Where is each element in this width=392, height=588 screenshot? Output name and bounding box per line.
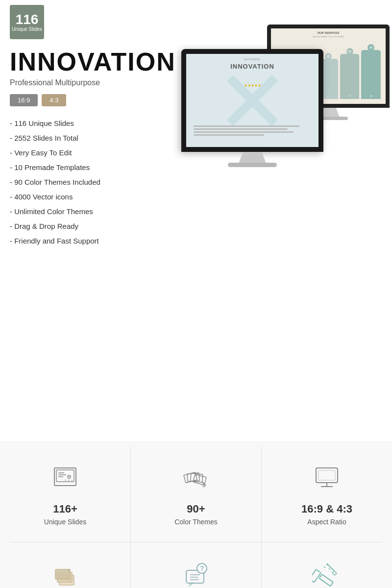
ratio-buttons: 16:9 4:3 (10, 94, 176, 106)
slide-x-decoration (220, 69, 284, 132)
cards-row-1: 116+ Unique Slides (0, 446, 392, 542)
layers-icon-container (48, 557, 82, 588)
feature-item-1: 116 Unique Slides (10, 116, 176, 131)
feature-item-7: Unlimited Color Themes (10, 204, 176, 219)
feature-item-9: Friendly and Fast Support (10, 234, 176, 248)
text-line-4 (194, 134, 264, 136)
palette-icon (181, 463, 211, 492)
svc-title: OUR SERVICES (317, 31, 339, 34)
slides-icon-container (48, 461, 82, 495)
layers-icon (50, 560, 80, 588)
svg-marker-25 (188, 583, 194, 587)
svg-line-33 (327, 564, 334, 571)
svg-line-36 (329, 568, 330, 570)
text-line-3 (194, 131, 294, 133)
svg-point-8 (65, 480, 66, 481)
svg-text:?: ? (200, 564, 204, 572)
brush-icon (312, 560, 342, 588)
feature-item-3: Very Easy To Edit (10, 146, 176, 160)
card-aspect-ratio: 16:9 & 4:3 Aspect Ratio (262, 446, 392, 542)
feature-item-2: 2552 Slides In Total (10, 131, 176, 146)
support-icon: ? (181, 560, 211, 588)
card-light-dark: Light And Dark Version Included (0, 542, 131, 588)
slide-header-text: BUSINESS (244, 58, 260, 61)
feature-item-8: Drag & Drop Ready (10, 219, 176, 234)
card-support: ? Fast & Free Support (131, 542, 262, 588)
front-screen: BUSINESS INNOVATION ★★★★★ (181, 49, 323, 152)
svg-rect-0 (54, 468, 76, 486)
cards-section-1: 116+ Unique Slides (0, 441, 392, 588)
monitor-front: BUSINESS INNOVATION ★★★★★ (181, 49, 323, 167)
svg-rect-22 (55, 569, 70, 579)
front-screen-inner: BUSINESS INNOVATION ★★★★★ (186, 54, 318, 147)
card-label-themes: Color Themes (174, 517, 218, 527)
hero-left: INNOVATION Professional Multipurpose 16:… (10, 49, 176, 248)
ratio-169-button[interactable]: 16:9 (10, 94, 38, 106)
svg-marker-15 (202, 486, 206, 488)
svc-col-5: 05 ⚙ (361, 50, 381, 99)
svc-col-num-3: 03 (325, 53, 332, 60)
card-label-slides: Unique Slides (44, 517, 86, 527)
hero-section: INNOVATION Professional Multipurpose 16:… (0, 0, 392, 304)
text-line-1 (194, 125, 299, 127)
svc-icon-5: ⚙ (370, 94, 372, 98)
card-value-slides: 116+ (53, 503, 77, 515)
svg-rect-32 (319, 574, 333, 586)
svg-point-7 (72, 480, 73, 481)
card-value-themes: 90+ (187, 503, 205, 515)
svg-point-6 (69, 476, 70, 477)
svg-marker-37 (332, 571, 337, 575)
text-line-2 (194, 128, 288, 130)
monitor-icon (312, 463, 342, 492)
svg-point-9 (68, 480, 69, 481)
product-subtitle: Professional Multipurpose (10, 78, 176, 87)
monitor-icon-container (310, 461, 344, 495)
card-color-themes: 90+ Color Themes (131, 446, 262, 542)
feature-item-5: 90 Color Themes Included (10, 175, 176, 190)
feature-item-6: 4000 Vector icons (10, 190, 176, 204)
svg-line-34 (324, 566, 325, 568)
svc-col-num-5: 05 (368, 44, 374, 51)
svg-rect-19 (318, 470, 335, 480)
support-icon-container: ? (179, 557, 213, 588)
svc-col-4: 04 ✈ (340, 54, 360, 99)
front-monitor-neck (239, 152, 266, 163)
features-list: 116 Unique Slides 2552 Slides In Total V… (10, 116, 176, 248)
svc-icon-3: ⬡ (327, 94, 329, 98)
feature-item-4: 10 Premade Templates (10, 160, 176, 175)
svc-subtitle: Type the Subtitle of Your Great Work (313, 35, 344, 38)
product-title: INNOVATION (10, 49, 176, 74)
ratio-43-button[interactable]: 4:3 (42, 94, 66, 106)
svg-rect-31 (312, 569, 321, 583)
card-premade-color: 10+ Premade Color (262, 542, 392, 588)
svc-icon-4: ✈ (348, 94, 351, 98)
slides-icon (50, 463, 80, 492)
palette-icon-container (179, 461, 213, 495)
slide-text-lines (194, 125, 311, 137)
svc-col-num-4: 04 (346, 48, 353, 55)
card-label-ratio: Aspect Ratio (307, 517, 346, 527)
card-unique-slides: 116+ Unique Slides (0, 446, 131, 542)
cards-row-2: Light And Dark Version Included ? (0, 542, 392, 588)
monitors-display: OUR SERVICES Type the Subtitle of Your G… (181, 24, 392, 279)
card-value-ratio: 16:9 & 4:3 (301, 503, 352, 515)
front-monitor-base (228, 163, 277, 167)
brush-icon-container (310, 557, 344, 588)
